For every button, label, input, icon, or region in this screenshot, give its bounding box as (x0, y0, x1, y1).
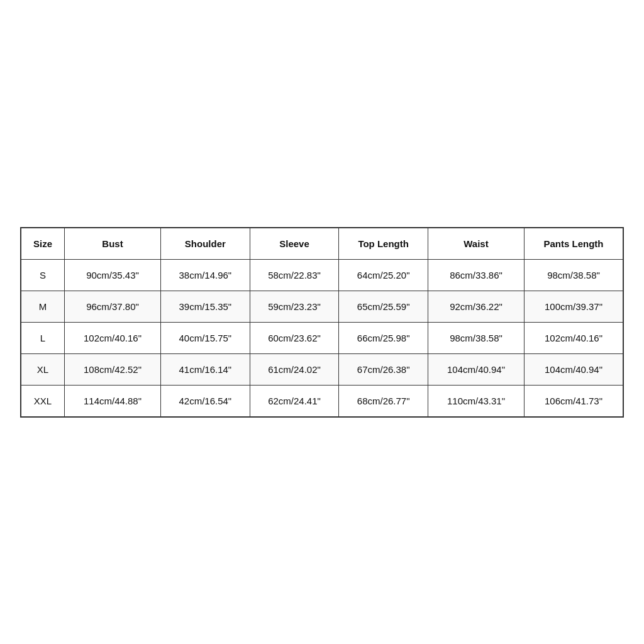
cell-top_length: 65cm/25.59" (339, 291, 428, 322)
cell-sleeve: 60cm/23.62" (250, 322, 339, 353)
header-shoulder: Shoulder (160, 228, 250, 259)
table-header-row: Size Bust Shoulder Sleeve Top Length Wai… (21, 228, 623, 259)
cell-sleeve: 62cm/24.41" (250, 385, 339, 416)
table-row: XL108cm/42.52"41cm/16.14"61cm/24.02"67cm… (21, 353, 623, 385)
table-row: L102cm/40.16"40cm/15.75"60cm/23.62"66cm/… (21, 322, 623, 353)
cell-top_length: 67cm/26.38" (339, 353, 428, 385)
cell-size: L (21, 322, 65, 353)
cell-bust: 114cm/44.88" (65, 385, 161, 416)
cell-sleeve: 61cm/24.02" (250, 353, 339, 385)
header-sleeve: Sleeve (250, 228, 339, 259)
header-bust: Bust (65, 228, 161, 259)
header-size: Size (21, 228, 65, 259)
cell-top_length: 68cm/26.77" (339, 385, 428, 416)
cell-top_length: 64cm/25.20" (339, 259, 428, 291)
cell-bust: 96cm/37.80" (65, 291, 161, 322)
size-chart-container: Size Bust Shoulder Sleeve Top Length Wai… (20, 227, 624, 418)
cell-shoulder: 42cm/16.54" (160, 385, 250, 416)
cell-shoulder: 39cm/15.35" (160, 291, 250, 322)
cell-top_length: 66cm/25.98" (339, 322, 428, 353)
table-row: XXL114cm/44.88"42cm/16.54"62cm/24.41"68c… (21, 385, 623, 416)
cell-bust: 102cm/40.16" (65, 322, 161, 353)
cell-pants_length: 98cm/38.58" (524, 259, 623, 291)
cell-pants_length: 100cm/39.37" (524, 291, 623, 322)
cell-waist: 98cm/38.58" (428, 322, 525, 353)
cell-waist: 92cm/36.22" (428, 291, 525, 322)
header-top-length: Top Length (339, 228, 428, 259)
cell-waist: 104cm/40.94" (428, 353, 525, 385)
cell-size: S (21, 259, 65, 291)
table-row: S90cm/35.43"38cm/14.96"58cm/22.83"64cm/2… (21, 259, 623, 291)
cell-size: XL (21, 353, 65, 385)
header-waist: Waist (428, 228, 525, 259)
cell-size: M (21, 291, 65, 322)
table-row: M96cm/37.80"39cm/15.35"59cm/23.23"65cm/2… (21, 291, 623, 322)
cell-waist: 86cm/33.86" (428, 259, 525, 291)
size-chart-table: Size Bust Shoulder Sleeve Top Length Wai… (21, 228, 623, 417)
cell-size: XXL (21, 385, 65, 416)
cell-shoulder: 41cm/16.14" (160, 353, 250, 385)
cell-sleeve: 58cm/22.83" (250, 259, 339, 291)
cell-pants_length: 106cm/41.73" (524, 385, 623, 416)
cell-pants_length: 104cm/40.94" (524, 353, 623, 385)
cell-pants_length: 102cm/40.16" (524, 322, 623, 353)
cell-sleeve: 59cm/23.23" (250, 291, 339, 322)
cell-shoulder: 40cm/15.75" (160, 322, 250, 353)
header-pants-length: Pants Length (524, 228, 623, 259)
cell-waist: 110cm/43.31" (428, 385, 525, 416)
cell-shoulder: 38cm/14.96" (160, 259, 250, 291)
cell-bust: 108cm/42.52" (65, 353, 161, 385)
cell-bust: 90cm/35.43" (65, 259, 161, 291)
